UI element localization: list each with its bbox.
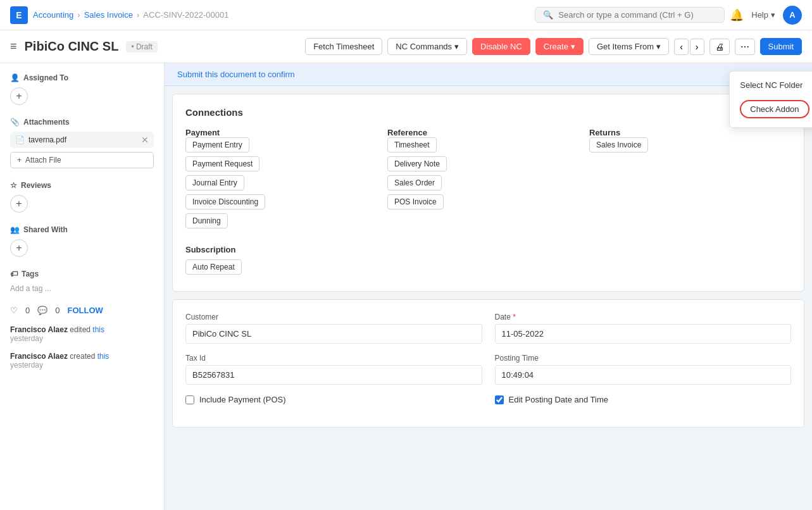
attach-file-button[interactable]: + Attach File — [10, 152, 154, 168]
content-area: Submit this document to confirm Connecti… — [165, 63, 812, 510]
edit-posting-label: Edit Posting Date and Time — [509, 395, 609, 404]
activity-link[interactable]: this — [97, 352, 109, 361]
follow-section: ♡ 0 💬 0 FOLLOW — [10, 306, 154, 315]
date-field-group: Date * — [495, 313, 792, 344]
nav-arrows: ‹ › — [674, 39, 704, 55]
avatar[interactable]: A — [783, 6, 802, 25]
posting-time-label: Posting Time — [495, 354, 792, 363]
activity-user: Francisco Alaez — [10, 325, 68, 334]
add-review-button[interactable]: + — [10, 195, 28, 213]
conn-btn-payment-request[interactable]: Payment Request — [185, 156, 259, 171]
conn-btn-sales-invoice[interactable]: Sales Invoice — [589, 137, 648, 152]
date-input[interactable] — [495, 324, 792, 344]
nc-commands-button[interactable]: NC Commands ▾ — [387, 38, 467, 55]
dropdown-item-select-nc-folder[interactable]: Select NC Folder — [730, 75, 812, 95]
add-shared-with-button[interactable]: + — [10, 239, 28, 257]
payment-column: Payment Payment Entry Payment Request Jo… — [185, 128, 387, 232]
chevron-down-icon: ▾ — [771, 10, 775, 20]
more-options-button[interactable]: ⋯ — [735, 39, 755, 55]
add-assigned-to-button[interactable]: + — [10, 87, 28, 105]
conn-btn-sales-order[interactable]: Sales Order — [387, 175, 442, 190]
reviews-label: Reviews — [21, 181, 51, 190]
sidebar: 👤 Assigned To + 📎 Attachments 📄 taverna.… — [0, 63, 165, 510]
include-payment-checkbox[interactable] — [185, 395, 194, 404]
search-bar: 🔍 — [535, 7, 725, 23]
required-marker: * — [513, 313, 516, 321]
breadcrumb-accounting[interactable]: Accounting — [33, 10, 73, 20]
customer-input[interactable] — [185, 324, 482, 344]
page-header: ≡ PibiCo CINC SL • Draft Fetch Timesheet… — [0, 30, 812, 63]
dropdown-item-check-addon[interactable]: Check Addon — [740, 100, 809, 118]
menu-icon[interactable]: ≡ — [10, 40, 17, 53]
conn-btn-pos-invoice[interactable]: POS Invoice — [387, 194, 444, 209]
remove-attachment-button[interactable]: ✕ — [141, 135, 149, 145]
form-row-3: Include Payment (POS) Edit Posting Date … — [185, 395, 791, 404]
shared-with-section: 👥 Shared With + — [10, 225, 154, 257]
activity-time: yesterday — [10, 334, 43, 343]
paperclip-icon: 📎 — [10, 118, 20, 127]
conn-btn-auto-repeat[interactable]: Auto Repeat — [185, 259, 242, 275]
file-icon: 📄 — [15, 135, 25, 144]
nc-commands-dropdown: Select NC Folder Check Addon — [729, 71, 812, 128]
fetch-timesheet-button[interactable]: Fetch Timesheet — [305, 38, 382, 55]
follow-button[interactable]: FOLLOW — [67, 306, 103, 315]
follow-count: 0 — [25, 306, 30, 315]
activity-link[interactable]: this — [92, 325, 104, 334]
star-icon: ☆ — [10, 181, 17, 190]
conn-btn-invoice-discounting[interactable]: Invoice Discounting — [185, 194, 265, 209]
nav-actions: 🔔 Help ▾ A — [730, 6, 802, 25]
prev-button[interactable]: ‹ — [674, 39, 689, 55]
search-input[interactable] — [558, 10, 716, 20]
get-items-from-button[interactable]: Get Items From ▾ — [589, 38, 669, 55]
add-tag-link[interactable]: Add a tag ... — [10, 284, 51, 293]
disable-nc-button[interactable]: Disable NC — [472, 38, 530, 55]
date-label: Date * — [495, 313, 792, 321]
tax-id-input[interactable] — [185, 365, 482, 385]
customer-label: Customer — [185, 313, 482, 321]
returns-column: Returns Sales Invoice — [589, 128, 791, 232]
posting-time-field-group: Posting Time — [495, 354, 792, 385]
tax-id-label: Tax Id — [185, 354, 482, 363]
chevron-down-icon: ▾ — [454, 42, 459, 51]
tags-section: 🏷 Tags Add a tag ... — [10, 270, 154, 293]
activity-item: Francisco Alaez edited this yesterday — [10, 325, 154, 343]
main-layout: 👤 Assigned To + 📎 Attachments 📄 taverna.… — [0, 63, 812, 510]
conn-btn-timesheet[interactable]: Timesheet — [387, 137, 437, 152]
chevron-down-icon: ▾ — [656, 42, 661, 51]
status-badge: • Draft — [126, 41, 158, 53]
print-button[interactable]: 🖨 — [709, 39, 730, 55]
payment-header: Payment — [185, 128, 387, 137]
conn-btn-payment-entry[interactable]: Payment Entry — [185, 137, 249, 152]
comment-icon: 💬 — [37, 306, 47, 315]
edit-posting-checkbox[interactable] — [495, 395, 504, 404]
form-card: Customer Date * Tax Id Posting T — [172, 299, 804, 428]
posting-time-input[interactable] — [495, 365, 792, 385]
reviews-section: ☆ Reviews + — [10, 181, 154, 213]
submit-button[interactable]: Submit — [760, 38, 802, 55]
tag-icon: 🏷 — [10, 270, 18, 278]
subscription-section: Subscription Auto Repeat — [185, 245, 791, 278]
subscription-header: Subscription — [185, 245, 791, 254]
person-icon: 👤 — [10, 73, 20, 82]
notifications-icon[interactable]: 🔔 — [730, 8, 744, 22]
people-icon: 👥 — [10, 225, 20, 234]
page-title: PibiCo CINC SL — [25, 39, 119, 54]
attachment-item: 📄 taverna.pdf ✕ — [10, 132, 154, 148]
conn-btn-journal-entry[interactable]: Journal Entry — [185, 175, 244, 190]
assigned-to-label: Assigned To — [23, 73, 68, 82]
conn-btn-delivery-note[interactable]: Delivery Note — [387, 156, 447, 171]
create-button[interactable]: Create ▾ — [535, 38, 584, 55]
search-icon: 🔍 — [543, 10, 553, 20]
attachment-filename[interactable]: taverna.pdf — [28, 135, 66, 144]
breadcrumb-sales-invoice[interactable]: Sales Invoice — [84, 10, 133, 20]
comment-count: 0 — [55, 306, 59, 315]
help-button[interactable]: Help ▾ — [751, 10, 775, 20]
conn-btn-dunning[interactable]: Dunning — [185, 213, 228, 228]
breadcrumb: Accounting › Sales Invoice › ACC-SINV-20… — [33, 10, 228, 20]
connections-title: Connections — [185, 107, 243, 118]
include-payment-group: Include Payment (POS) — [185, 395, 482, 404]
include-payment-label: Include Payment (POS) — [199, 395, 286, 404]
assigned-to-section: 👤 Assigned To + — [10, 73, 154, 105]
next-button[interactable]: › — [690, 39, 704, 55]
activity-item: Francisco Alaez created this yesterday — [10, 352, 154, 370]
